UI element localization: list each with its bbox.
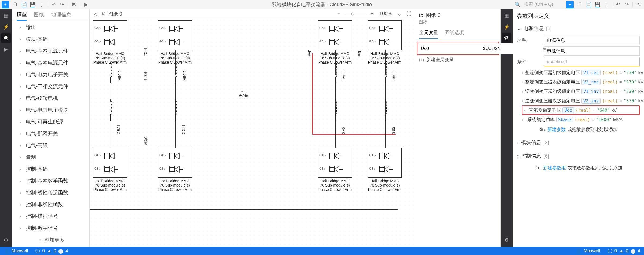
param-row[interactable]: ›整流侧变压器次级额定电压V2_rec(real)="370"kV <box>522 77 640 87</box>
param-row[interactable]: ›直流侧额定电压Udc(real)="640"kV <box>522 105 640 115</box>
param-row[interactable]: ›整流侧变压器初级额定电压V1_rec(real)="230"kV <box>522 68 640 77</box>
rail-tools-icon[interactable]: 🛠 <box>1 33 11 43</box>
mmc-module[interactable]: GA▷GB▷ <box>318 20 352 50</box>
tree-item[interactable]: ›控制-线性传递函数 <box>12 187 89 199</box>
mmc-module[interactable]: GA▷GB▷Half-Bridge MMC 76 Sub-module(s) P… <box>93 148 127 192</box>
tab-global-vars[interactable]: 全局变量 <box>419 28 438 39</box>
app-logo[interactable]: ✦ <box>2 1 9 8</box>
more-icon-r[interactable]: ⋮ <box>602 1 610 8</box>
mmc-module[interactable]: GA▷GB▷Half-Bridge MMC 76 Sub-module(s) P… <box>318 148 352 192</box>
save-icon-r[interactable]: 💾 <box>594 1 601 8</box>
export-icon[interactable]: ⇱ <box>70 1 78 8</box>
new-file-icon-r[interactable]: 🗋 <box>576 1 584 8</box>
gate-label: GA▷ <box>369 26 376 30</box>
tab-model[interactable]: 模型 <box>17 9 27 21</box>
status-stats[interactable]: ⓘ0 ▲0 ⬤4 <box>32 248 72 254</box>
svg-point-1 <box>351 13 354 15</box>
save-icon[interactable]: 💾 <box>29 1 36 8</box>
param-row[interactable]: ›逆变侧变压器次级额定电压V2_inv(real)="370"kV <box>522 96 640 105</box>
zoom-slider[interactable] <box>345 12 366 16</box>
tree-item[interactable]: ›控制-模拟信号 <box>12 210 89 222</box>
back-icon[interactable]: ◁ <box>92 10 99 18</box>
canvas[interactable]: ↓ #Vdc GA▷GB▷GA▷GB▷GA▷GB▷GA▷GB▷Half-Brid… <box>90 19 415 247</box>
rail-play-icon[interactable]: ▶ <box>1 45 11 54</box>
more-icon[interactable]: ⋮ <box>38 1 45 8</box>
chevron-down-icon[interactable]: ⌄ <box>396 10 403 18</box>
tab-geo[interactable]: 地理信息 <box>51 9 71 20</box>
net-label: H50.0 <box>118 71 122 81</box>
igbt-icon <box>167 38 184 47</box>
undo-icon-r[interactable]: ↶ <box>614 1 622 8</box>
fit-icon[interactable]: ⛶ <box>405 10 413 18</box>
rail-plug-icon-r[interactable]: ⚡ <box>502 22 511 32</box>
redo-icon[interactable]: ↷ <box>58 1 66 8</box>
open-file-icon[interactable]: 📄 <box>20 1 28 8</box>
param-row[interactable]: ›逆变侧变压器初级额定电压V1_inv(real)="230"kV <box>522 87 640 96</box>
tree-item[interactable]: ›控制-数字信号 <box>12 222 89 234</box>
status-user-right[interactable]: 👤 Maxwell <box>572 248 604 254</box>
breadcrumb[interactable]: 🗎 图纸 0 <box>101 11 122 17</box>
open-file-icon-r[interactable]: 📄 <box>585 1 592 8</box>
section-power-info[interactable]: ⌄ 电源信息 [6] <box>517 23 640 34</box>
tree-item[interactable]: ›电气-基本电源元件 <box>12 57 89 69</box>
field-desc-input[interactable] <box>544 46 640 56</box>
rail-workspace-icon[interactable]: ▦ <box>1 11 11 20</box>
tree-item[interactable]: ›电气-旋转电机 <box>12 92 89 104</box>
param-row[interactable]: ›系统额定功率Sbase(real)="1000"MVA <box>522 115 640 124</box>
tree-item[interactable]: ›电气-高级 <box>12 140 89 151</box>
section-module-info[interactable]: › 模块信息 [3] <box>517 137 640 148</box>
tree-item[interactable]: ›电气-基本无源元件 <box>12 45 89 57</box>
tree-item[interactable]: ›控制-非线性函数 <box>12 199 89 210</box>
add-param-group[interactable]: 🗂₊ 新建参数组 或拖放参数组到此处以添加 <box>513 163 644 173</box>
section-control-info[interactable]: › 控制信息 [6] <box>517 150 640 162</box>
chevron-right-icon: › <box>19 60 23 66</box>
export-icon-r[interactable]: ⇱ <box>635 1 642 8</box>
redo-icon-r[interactable]: ↷ <box>623 1 630 8</box>
tree-item[interactable]: ›输出 <box>12 21 89 33</box>
zoom-out-icon[interactable]: − <box>335 10 342 18</box>
var-name-input[interactable] <box>418 43 480 54</box>
new-file-icon[interactable]: 🗋 <box>12 1 19 8</box>
mmc-module[interactable]: GA▷GB▷Half-Bridge MMC 76 Sub-module(s) P… <box>158 148 192 192</box>
search-hint[interactable]: 搜索 (Ctrl + Q) <box>524 1 553 8</box>
param-value: "1000" <box>596 117 612 122</box>
rail-plug-icon[interactable]: ⚡ <box>1 22 11 32</box>
search-icon[interactable]: 🔍 <box>514 1 521 8</box>
rail-workspace-icon-r[interactable]: ▦ <box>502 11 511 20</box>
new-var-row[interactable]: (x) 新建全局变量 <box>415 54 500 65</box>
chevron-right-icon: › <box>19 143 23 148</box>
mmc-module[interactable]: GA▷GB▷ <box>158 20 192 50</box>
tree-item[interactable]: ›控制-基本数学函数 <box>12 175 89 187</box>
param-unit: kV <box>638 98 643 104</box>
var-expr-input[interactable] <box>480 43 543 54</box>
tree-item[interactable]: ›模块-基础 <box>12 33 89 45</box>
rail-settings-icon[interactable]: ⚙ <box>1 235 11 245</box>
field-name-input[interactable] <box>544 36 640 45</box>
tree-item[interactable]: ›电气-电力电子模块 <box>12 104 89 116</box>
tab-drawing[interactable]: 图纸 <box>34 9 44 20</box>
tree-item[interactable]: ›电气-电力电子开关 <box>12 69 89 81</box>
tree-item[interactable]: ›电气-三相交流元件 <box>12 81 89 92</box>
rail-settings-icon-r[interactable]: ⚙ <box>502 235 511 245</box>
mmc-module[interactable]: GA▷GB▷Half-Bridge MMC 76 Sub-module(s) P… <box>368 148 402 192</box>
tab-sheet-options[interactable]: 图纸选项 <box>445 28 464 39</box>
app-logo-right[interactable]: ✦ <box>566 1 574 8</box>
zoom-in-icon[interactable]: + <box>368 10 376 18</box>
undo-icon[interactable]: ↶ <box>50 1 57 8</box>
mmc-module[interactable]: GA▷GB▷ <box>93 20 127 50</box>
fx-icon[interactable]: fx <box>543 43 546 54</box>
user-icon: 👤 <box>576 248 581 254</box>
mmc-module[interactable]: GA▷GB▷ <box>368 20 402 50</box>
tree-item[interactable]: ›量测 <box>12 151 89 163</box>
status-user[interactable]: 👤 Maxwell <box>0 248 32 254</box>
add-param[interactable]: ⚙₊ 新建参数 或拖放参数到此处以添加 <box>517 124 640 135</box>
status-stats-right[interactable]: ⓘ0 ▲0 ⬤4 <box>604 248 644 254</box>
tree-item[interactable]: ›电气-可再生能源 <box>12 116 89 128</box>
field-cond-input[interactable] <box>544 57 640 66</box>
tree-item[interactable]: ›电气-配网开关 <box>12 128 89 140</box>
rail-tools-icon-r[interactable]: 🛠 <box>502 33 511 43</box>
tree-item[interactable]: ›控制-基础 <box>12 163 89 175</box>
add-more[interactable]: +添加更多 <box>12 234 89 246</box>
run-icon[interactable]: ▶ <box>82 1 90 8</box>
component-tree[interactable]: ›输出›模块-基础›电气-基本无源元件›电气-基本电源元件›电气-电力电子开关›… <box>12 20 89 247</box>
